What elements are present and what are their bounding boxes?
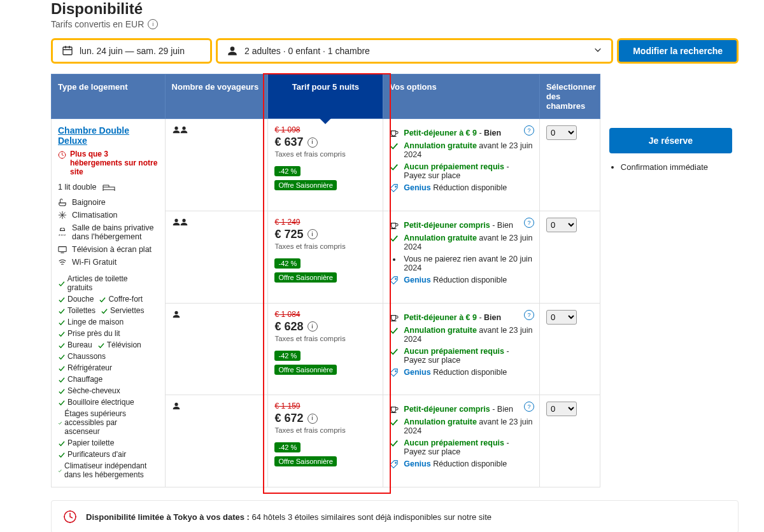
option-line: Annulation gratuite avant le 23 juin 202… bbox=[390, 417, 533, 435]
price-cell: € 1 084 € 628 i Taxes et frais compris -… bbox=[268, 303, 383, 395]
select-cell: 0 bbox=[539, 303, 600, 395]
amenity-item: Articles de toilette gratuits bbox=[58, 274, 153, 292]
facility-item: Climatisation bbox=[58, 211, 159, 220]
option-line: Genius Réduction disponible bbox=[390, 368, 533, 377]
modify-search-button[interactable]: Modifier la recherche bbox=[617, 38, 739, 64]
options-cell: ? Petit-déjeuner compris - BienAnnulatio… bbox=[383, 211, 540, 303]
chevron-down-icon bbox=[593, 46, 602, 57]
amenity-item: Prise près du lit bbox=[58, 329, 120, 338]
room-count-select[interactable]: 0 bbox=[546, 402, 577, 416]
option-line: Genius Réduction disponible bbox=[390, 183, 533, 193]
price-cell: € 1 249 € 725 i Taxes et frais compris -… bbox=[268, 211, 383, 303]
options-help-icon[interactable]: ? bbox=[524, 310, 534, 320]
option-line: Genius Réduction disponible bbox=[390, 276, 533, 285]
facility-item: Salle de bains privative dans l'hébergem… bbox=[58, 223, 159, 241]
amenity-item: Papier toilette bbox=[58, 438, 114, 447]
option-line: Annulation gratuite avant le 23 juin 202… bbox=[390, 326, 533, 344]
person-icon bbox=[227, 45, 238, 57]
price-info-icon[interactable]: i bbox=[308, 137, 318, 148]
amenity-item: Climatiseur indépendant dans les héberge… bbox=[58, 461, 153, 479]
options-help-icon[interactable]: ? bbox=[524, 218, 534, 228]
amenity-item: Sèche-cheveux bbox=[58, 386, 120, 395]
occupancy-cell bbox=[165, 119, 268, 211]
confirmation-text: Confirmation immédiate bbox=[621, 162, 732, 172]
col-select: Sélectionner des chambres bbox=[539, 74, 600, 119]
option-line: Petit-déjeuner compris - Bien bbox=[390, 221, 533, 230]
subtitle: Tarifs convertis en EUR i bbox=[51, 19, 739, 29]
discount-badge: -42 % bbox=[274, 258, 301, 269]
col-price: Tarif pour 5 nuits bbox=[268, 74, 383, 119]
info-icon[interactable]: i bbox=[148, 19, 158, 29]
room-count-select[interactable]: 0 bbox=[546, 125, 577, 140]
amenity-item: Toilettes bbox=[58, 306, 96, 315]
facility-item: Wi-Fi Gratuit bbox=[58, 258, 159, 267]
reserve-cell: Je réserve Confirmation immédiate bbox=[600, 119, 739, 487]
option-line: Annulation gratuite avant le 23 juin 202… bbox=[390, 141, 533, 159]
occupancy-cell bbox=[165, 211, 268, 303]
option-line: Vous ne paierez rien avant le 20 juin 20… bbox=[390, 255, 533, 272]
amenity-item: Purificateurs d'air bbox=[58, 450, 126, 459]
discount-badge: -42 % bbox=[274, 442, 301, 452]
price-cell: € 1 159 € 672 i Taxes et frais compris -… bbox=[268, 395, 383, 487]
calendar-icon bbox=[62, 45, 73, 57]
price-info-icon[interactable]: i bbox=[308, 414, 318, 424]
amenity-item: Chaussons bbox=[58, 352, 106, 361]
options-cell: ? Petit-déjeuner compris - BienAnnulatio… bbox=[383, 395, 540, 487]
deal-badge: Offre Saisonnière bbox=[274, 180, 336, 190]
facility-item: Baignoire bbox=[58, 198, 159, 207]
option-line: Aucun prépaiement requis - Payez sur pla… bbox=[390, 347, 533, 365]
options-cell: ? Petit-déjeuner à € 9 - BienAnnulation … bbox=[383, 303, 540, 395]
price-info-icon[interactable]: i bbox=[308, 229, 318, 239]
scarcity-text: Plus que 3 hébergements sur notre site bbox=[58, 150, 159, 176]
options-help-icon[interactable]: ? bbox=[524, 125, 534, 136]
reserve-button[interactable]: Je réserve bbox=[609, 128, 732, 153]
select-cell: 0 bbox=[539, 119, 600, 211]
occupancy-icons bbox=[172, 403, 180, 412]
availability-table: Type de logement Nombre de voyageurs Tar… bbox=[51, 74, 739, 487]
date-picker[interactable]: lun. 24 juin — sam. 29 juin bbox=[51, 38, 212, 64]
col-options: Vos options bbox=[383, 74, 540, 119]
page-title: Disponibilité bbox=[51, 0, 739, 18]
option-line: Genius Réduction disponible bbox=[390, 459, 533, 469]
occupancy-cell bbox=[165, 303, 268, 395]
room-count-select[interactable]: 0 bbox=[546, 218, 577, 232]
amenity-item: Étages supérieurs accessibles par ascens… bbox=[58, 409, 153, 436]
option-line: Aucun prépaiement requis - Payez sur pla… bbox=[390, 438, 533, 456]
amenity-item: Réfrigérateur bbox=[58, 363, 112, 372]
bed-config: 1 lit double bbox=[58, 183, 159, 192]
alarm-icon bbox=[63, 510, 77, 524]
select-cell: 0 bbox=[539, 395, 600, 487]
search-bar: lun. 24 juin — sam. 29 juin 2 adultes · … bbox=[51, 38, 739, 64]
option-line: Annulation gratuite avant le 23 juin 202… bbox=[390, 234, 533, 251]
amenity-item: Chauffage bbox=[58, 375, 103, 384]
select-cell: 0 bbox=[539, 211, 600, 303]
deal-badge: Offre Saisonnière bbox=[274, 365, 336, 375]
deal-badge: Offre Saisonnière bbox=[274, 456, 336, 466]
amenity-item: Bureau bbox=[58, 340, 92, 349]
room-count-select[interactable]: 0 bbox=[546, 310, 577, 325]
occupancy-icons bbox=[172, 312, 180, 321]
amenity-item: Bouilloire électrique bbox=[58, 398, 134, 407]
amenity-item: Douche bbox=[58, 295, 94, 304]
amenity-item: Serviettes bbox=[101, 306, 144, 315]
option-line: Petit-déjeuner compris - Bien bbox=[390, 405, 533, 414]
options-cell: ? Petit-déjeuner à € 9 - BienAnnulation … bbox=[383, 119, 540, 211]
scarcity-alert: Disponibilité limitée à Tokyo à vos date… bbox=[51, 500, 739, 532]
price-cell: € 1 098 € 637 i Taxes et frais compris -… bbox=[268, 119, 383, 211]
room-name-link[interactable]: Chambre Double Deluxe bbox=[58, 125, 159, 146]
guests-picker[interactable]: 2 adultes · 0 enfant · 1 chambre bbox=[216, 38, 613, 64]
amenity-item: Coffre-fort bbox=[99, 295, 143, 304]
occupancy-icons bbox=[172, 127, 187, 136]
discount-badge: -42 % bbox=[274, 166, 301, 176]
option-line: Petit-déjeuner à € 9 - Bien bbox=[390, 313, 533, 323]
deal-badge: Offre Saisonnière bbox=[274, 272, 336, 283]
option-line: Aucun prépaiement requis - Payez sur pla… bbox=[390, 162, 533, 180]
price-info-icon[interactable]: i bbox=[308, 321, 318, 332]
room-type-cell: Chambre Double Deluxe Plus que 3 héberge… bbox=[52, 119, 166, 487]
occupancy-icons bbox=[172, 220, 187, 228]
occupancy-cell bbox=[165, 395, 268, 487]
discount-badge: -42 % bbox=[274, 351, 301, 361]
amenity-item: Télévision bbox=[97, 340, 141, 349]
rate-row: Chambre Double Deluxe Plus que 3 héberge… bbox=[52, 119, 739, 211]
amenity-item: Linge de maison bbox=[58, 318, 124, 326]
